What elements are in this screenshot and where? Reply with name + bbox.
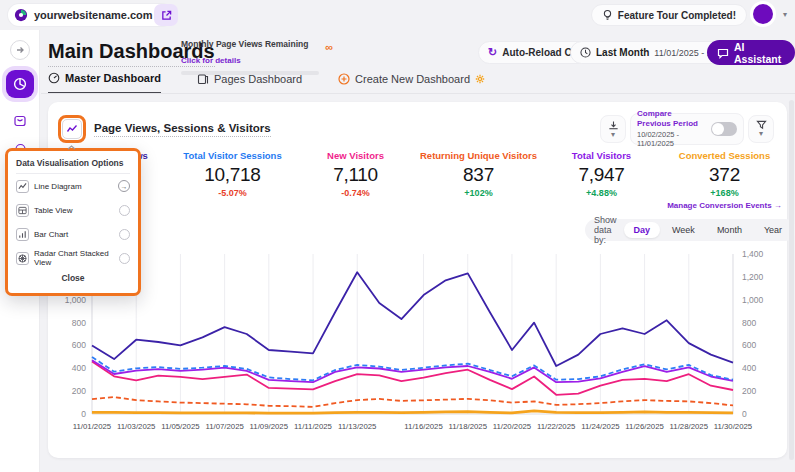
compare-toggle[interactable] [711, 122, 737, 136]
metric-label: Total Visitors [540, 150, 663, 161]
metric-delta: -0.74% [294, 188, 417, 198]
top-bar: yourwebsitename.com ▾ Feature Tour Compl… [0, 0, 795, 30]
sidebar-item-store-icon[interactable] [10, 110, 30, 130]
compare-label: Compare Previous Period [637, 109, 705, 130]
site-selector[interactable]: yourwebsitename.com ▾ [8, 4, 173, 26]
quota-details-link[interactable]: Click for details [181, 56, 241, 65]
data-visualisation-options-popup: Data Visualisation Options Line Diagram … [5, 148, 141, 296]
option-table-view[interactable]: Table View [16, 198, 130, 222]
metric-label: Converted Sessions [663, 150, 786, 161]
metric-total-visitor-sessions: Total Visitor Sessions 10,718 -5.07% [171, 150, 294, 210]
metric-delta: +168% [663, 188, 786, 198]
sidebar-item-dashboards[interactable] [6, 70, 34, 98]
avatar[interactable] [753, 4, 773, 24]
table-icon [16, 204, 29, 217]
tab-create-new-dashboard[interactable]: Create New Dashboard [338, 72, 485, 94]
granularity-day[interactable]: Day [624, 222, 661, 238]
collapse-sidebar-icon[interactable] [10, 40, 30, 60]
metric-label: Returning Unique Visitors [417, 150, 540, 161]
scrollbar[interactable] [789, 100, 794, 460]
tour-highlight-ring [58, 115, 86, 143]
arrow-right-icon: → [118, 180, 130, 192]
granularity-year[interactable]: Year [754, 222, 792, 238]
chevron-down-icon[interactable]: ▾ [783, 11, 787, 19]
filter-button[interactable]: ▾ [748, 115, 774, 143]
gear-icon [475, 74, 485, 84]
svg-text:11/01/2025: 11/01/2025 [73, 422, 112, 431]
toggle-knob [712, 123, 724, 135]
radar-chart-icon [16, 252, 29, 265]
radio-icon [119, 229, 130, 240]
plus-circle-icon [338, 73, 350, 85]
gauge-icon [48, 72, 60, 84]
svg-text:1,400: 1,400 [742, 249, 764, 259]
option-radar-chart-stacked-view[interactable]: Radar Chart Stacked View [16, 246, 130, 270]
line-chart[interactable]: 002002004004006006008008001,0001,0001,20… [56, 244, 779, 450]
svg-text:200: 200 [742, 386, 756, 396]
lightbulb-icon [602, 9, 613, 21]
page-views-card: Page Views, Sessions & Visitors ▾ Compar… [48, 102, 787, 458]
svg-text:0: 0 [81, 409, 86, 419]
tab-master-dashboard[interactable]: Master Dashboard [48, 72, 161, 94]
chart-type-button[interactable] [62, 119, 82, 139]
svg-text:1,200: 1,200 [742, 272, 764, 282]
radio-icon [119, 253, 130, 264]
granularity-week[interactable]: Week [662, 222, 705, 238]
manage-conversion-events-link[interactable]: Manage Conversion Events → [663, 201, 786, 210]
svg-text:600: 600 [742, 340, 756, 350]
metric-label: Total Visitor Sessions [171, 150, 294, 161]
show-data-by-label: Show data by: [589, 215, 622, 245]
radio-icon [119, 205, 130, 216]
quota-label: Monthly Page Views Remaining [181, 39, 319, 49]
svg-text:11/18/2025: 11/18/2025 [449, 422, 488, 431]
download-button[interactable]: ▾ [600, 115, 626, 143]
infinity-icon: ∞ [325, 41, 333, 53]
svg-text:400: 400 [742, 363, 756, 373]
metrics-row: Total Page Views Total Visitor Sessions … [48, 150, 787, 210]
chevron-up-icon [67, 145, 76, 150]
svg-text:11/11/2025: 11/11/2025 [294, 422, 333, 431]
ai-assistant-button[interactable]: AI Assistant [707, 40, 795, 65]
metric-total-visitors: Total Visitors 7,947 +4.88% [540, 150, 663, 210]
chevron-down-icon: ▾ [759, 130, 763, 138]
svg-text:11/22/2025: 11/22/2025 [537, 422, 576, 431]
metric-value: 10,718 [171, 164, 294, 186]
granularity-month[interactable]: Month [707, 222, 752, 238]
svg-text:11/03/2025: 11/03/2025 [117, 422, 156, 431]
card-title: Page Views, Sessions & Visitors [94, 122, 271, 137]
option-label: Table View [34, 206, 114, 215]
popup-close-button[interactable]: Close [16, 273, 130, 283]
svg-text:200: 200 [72, 386, 86, 396]
svg-text:400: 400 [72, 363, 86, 373]
option-bar-chart[interactable]: Bar Chart [16, 222, 130, 246]
option-label: Radar Chart Stacked View [34, 249, 114, 267]
tab-label: Master Dashboard [65, 72, 161, 84]
metric-delta: +4.88% [540, 188, 663, 198]
metric-value: 7,110 [294, 164, 417, 186]
metric-value: 837 [417, 164, 540, 186]
option-label: Bar Chart [34, 230, 114, 239]
open-site-button[interactable] [154, 4, 178, 26]
svg-text:11/28/2025: 11/28/2025 [670, 422, 709, 431]
chat-icon [717, 47, 729, 59]
compare-previous-period: Compare Previous Period 10/02/2025 - 11/… [630, 113, 744, 145]
metric-delta: +102% [417, 188, 540, 198]
quota-widget: Monthly Page Views Remaining Click for d… [181, 39, 319, 75]
svg-text:11/09/2025: 11/09/2025 [250, 422, 289, 431]
pages-icon [197, 73, 209, 85]
compare-range: 10/02/2025 - 11/01/2025 [637, 130, 705, 150]
line-chart-icon [16, 180, 29, 193]
auto-reload-label: Auto-Reload Off [502, 47, 579, 58]
refresh-icon: ↻ [488, 47, 497, 58]
option-line-diagram[interactable]: Line Diagram → [16, 174, 130, 198]
feature-tour-label: Feature Tour Completed! [618, 10, 736, 21]
tab-pages-dashboard[interactable]: Pages Dashboard [197, 72, 302, 94]
popup-title: Data Visualisation Options [16, 158, 130, 174]
metric-returning-unique-visitors: Returning Unique Visitors 837 +102% [417, 150, 540, 210]
feature-tour-button[interactable]: Feature Tour Completed! [591, 4, 747, 26]
metric-delta: -5.07% [171, 188, 294, 198]
chevron-down-icon: ▾ [611, 131, 615, 139]
svg-text:800: 800 [72, 318, 86, 328]
svg-text:11/05/2025: 11/05/2025 [161, 422, 200, 431]
tabs-divider [41, 93, 795, 94]
